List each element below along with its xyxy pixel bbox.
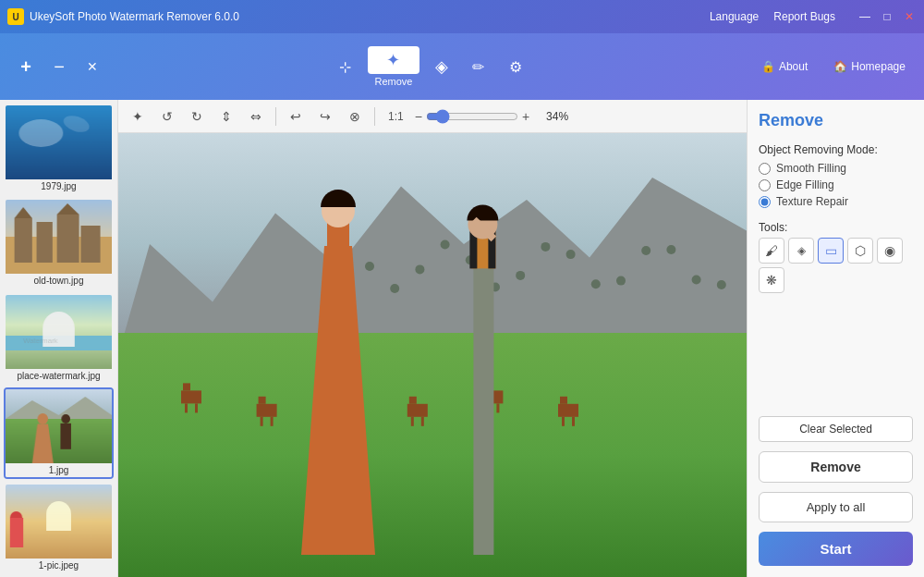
- app-logo: U: [7, 8, 24, 25]
- app-title: UkeySoft Photo Watermark Remover 6.0.0: [30, 10, 710, 23]
- thumb-label-1979: 1979.jpg: [6, 179, 112, 193]
- remove-image-btn[interactable]: −: [44, 52, 74, 81]
- window-controls: — □ ✕: [857, 9, 917, 24]
- edge-filling-label: Edge Filling: [776, 178, 834, 191]
- main-image-canvas: [118, 133, 747, 577]
- texture-repair-radio[interactable]: [759, 196, 771, 208]
- edge-filling-radio[interactable]: [759, 179, 771, 191]
- minimize-btn[interactable]: —: [857, 9, 872, 24]
- home-icon: 🏠: [833, 60, 847, 73]
- add-image-btn[interactable]: +: [11, 52, 41, 81]
- start-btn[interactable]: Start: [759, 532, 913, 566]
- sidebar-item-1[interactable]: 1.jpg: [4, 387, 114, 478]
- main-area: 1979.jpg old-town.jpg place-watermark.jp…: [0, 100, 924, 577]
- image-viewer: ✦ ↺ ↻ ⇕ ⇔ ↩ ↪ ⊗ 1:1 − + 34%: [118, 100, 747, 577]
- pattern-tool-btn[interactable]: ❋: [759, 267, 784, 293]
- flip-horizontal-btn[interactable]: ⇔: [244, 104, 268, 129]
- report-bugs-btn[interactable]: Report Bugs: [773, 10, 835, 23]
- rect-tool-btn[interactable]: ▭: [818, 238, 844, 264]
- sidebar-item-1979[interactable]: 1979.jpg: [4, 104, 114, 194]
- lock-icon: 🔒: [761, 60, 775, 73]
- clear-viewer-btn[interactable]: ⊗: [343, 104, 367, 129]
- rotate-left-btn[interactable]: ↺: [155, 104, 179, 129]
- toolbar-separator-2: [374, 107, 375, 126]
- viewer-content[interactable]: [118, 133, 747, 577]
- stamp-btn[interactable]: ✦: [126, 104, 150, 129]
- mode-radio-group: Smooth Filling Edge Filling Texture Repa…: [759, 162, 913, 208]
- object-removing-section: Object Removing Mode: Smooth Filling Edg…: [759, 143, 913, 208]
- close-image-btn[interactable]: ✕: [78, 52, 107, 81]
- toolbar-right-actions: 🔒 About 🏠 Homepage: [754, 56, 913, 77]
- sidebar-item-watermark[interactable]: place-watermark.jpg: [4, 293, 114, 384]
- undo-btn[interactable]: ↩: [284, 104, 308, 129]
- apply-to-all-btn[interactable]: Apply to all: [759, 492, 913, 522]
- polygon-tool-btn[interactable]: ⬡: [847, 238, 873, 264]
- homepage-btn[interactable]: 🏠 Homepage: [826, 56, 913, 77]
- eraser-tool-btn[interactable]: ◈: [788, 238, 814, 264]
- thumb-canvas-watermark: [6, 295, 112, 369]
- zoom-ratio-label: 1:1: [383, 110, 409, 123]
- clear-selected-btn[interactable]: Clear Selected: [759, 416, 913, 442]
- paint-bucket-btn[interactable]: ◉: [877, 238, 903, 264]
- remove-mode-btn[interactable]: ✦: [368, 46, 419, 74]
- tools-row: 🖌 ◈ ▭ ⬡ ◉ ❋: [759, 238, 913, 293]
- thumb-canvas-1pic: [6, 485, 112, 559]
- titlebar-right: Language Report Bugs — □ ✕: [710, 9, 917, 24]
- thumb-label-1: 1.jpg: [6, 463, 112, 477]
- thumb-label-1pic: 1-pic.jpeg: [6, 559, 112, 572]
- pencil-mode-btn[interactable]: ✏: [464, 52, 493, 81]
- remove-btn[interactable]: Remove: [759, 451, 913, 483]
- panel-title: Remove: [759, 111, 913, 130]
- toolbar-separator-1: [275, 107, 276, 126]
- viewer-toolbar: ✦ ↺ ↻ ⇕ ⇔ ↩ ↪ ⊗ 1:1 − + 34%: [118, 100, 747, 133]
- flip-vertical-btn[interactable]: ⇕: [214, 104, 238, 129]
- maximize-btn[interactable]: □: [880, 9, 894, 24]
- zoom-slider[interactable]: [426, 109, 518, 124]
- zoom-plus-icon: +: [522, 109, 529, 124]
- language-btn[interactable]: Language: [710, 10, 759, 23]
- sidebar-item-1pic[interactable]: 1-pic.jpeg: [4, 483, 114, 573]
- zoom-minus-icon: −: [415, 109, 422, 124]
- texture-repair-label: Texture Repair: [776, 195, 848, 208]
- picker-mode-btn[interactable]: ⚙: [501, 52, 530, 81]
- smooth-filling-radio[interactable]: [759, 163, 771, 175]
- smooth-filling-option[interactable]: Smooth Filling: [759, 162, 913, 175]
- titlebar: U UkeySoft Photo Watermark Remover 6.0.0…: [0, 0, 924, 33]
- image-sidebar: 1979.jpg old-town.jpg place-watermark.jp…: [0, 100, 118, 577]
- right-panel: Remove Object Removing Mode: Smooth Fill…: [747, 100, 924, 577]
- zoom-controls: − +: [415, 109, 529, 124]
- object-removing-label: Object Removing Mode:: [759, 143, 913, 156]
- texture-repair-option[interactable]: Texture Repair: [759, 195, 913, 208]
- thumb-label-oldtown: old-town.jpg: [6, 274, 112, 288]
- sidebar-item-oldtown[interactable]: old-town.jpg: [4, 198, 114, 288]
- crop-mode-btn[interactable]: ⊹: [331, 52, 360, 81]
- zoom-percent-label: 34%: [535, 110, 568, 123]
- about-btn[interactable]: 🔒 About: [754, 56, 815, 77]
- tools-label: Tools:: [759, 221, 913, 234]
- tools-section: Tools: 🖌 ◈ ▭ ⬡ ◉ ❋: [759, 217, 913, 293]
- redo-btn[interactable]: ↪: [313, 104, 337, 129]
- main-toolbar: + − ✕ ⊹ ✦ Remove ◈ ✏ ⚙ 🔒 About: [0, 33, 924, 100]
- remove-mode-label: Remove: [374, 76, 412, 87]
- fill-mode-btn[interactable]: ◈: [427, 52, 456, 81]
- toolbar-left-actions: + − ✕: [11, 52, 107, 81]
- edge-filling-option[interactable]: Edge Filling: [759, 178, 913, 191]
- thumb-canvas-1: [6, 389, 112, 463]
- thumb-canvas-oldtown: [6, 200, 112, 274]
- brush-tool-btn[interactable]: 🖌: [759, 238, 784, 264]
- rotate-right-btn[interactable]: ↻: [185, 104, 209, 129]
- thumb-canvas-1979: [6, 105, 112, 179]
- close-btn[interactable]: ✕: [902, 9, 917, 24]
- thumb-label-watermark: place-watermark.jpg: [6, 369, 112, 383]
- smooth-filling-label: Smooth Filling: [776, 162, 846, 175]
